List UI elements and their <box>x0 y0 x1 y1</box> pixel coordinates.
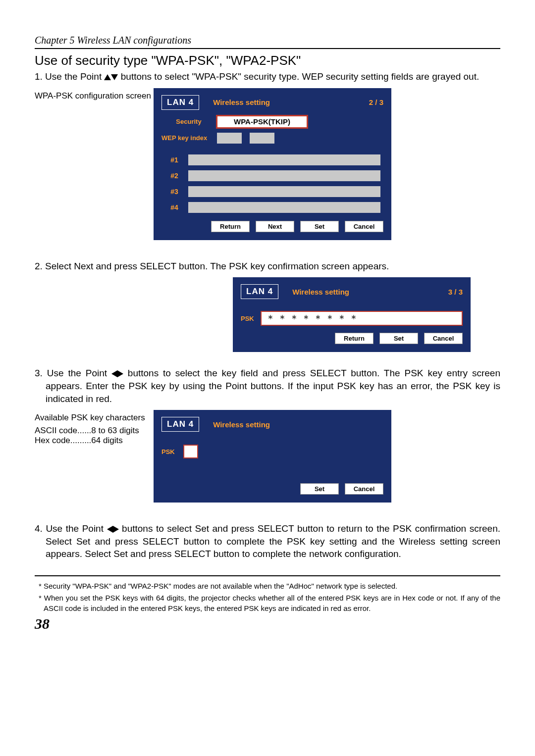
caption-1: WPA-PSK configuration screen <box>35 88 154 101</box>
osd-wpa-config: LAN 4 Wireless setting 2 / 3 Security WP… <box>154 88 391 240</box>
step-3: 3. Use the Point buttons to select the k… <box>35 367 500 405</box>
osd-psk-entry: LAN 4 Wireless setting PSK Set Cancel <box>154 410 391 503</box>
osd1-key2-field[interactable] <box>187 169 381 182</box>
step4-pre: 4. Use the Point <box>35 523 107 534</box>
osd2-title: Wireless setting <box>292 288 349 296</box>
osd2-return-button[interactable]: Return <box>335 333 374 344</box>
chapter-heading: Chapter 5 Wireless LAN configurations <box>35 35 500 49</box>
osd1-set-button[interactable]: Set <box>300 221 339 232</box>
osd1-wep-label: WEP key index <box>161 134 216 142</box>
point-left-icon <box>111 370 117 377</box>
osd3-psk-label: PSK <box>161 448 181 455</box>
osd1-key1-field[interactable] <box>187 153 381 166</box>
avail-ascii: ASCII code......8 to 63 digits <box>35 426 154 436</box>
osd1-lan-badge: LAN 4 <box>161 95 199 110</box>
footnotes: * Security "WPA-PSK" and "WPA2-PSK" mode… <box>35 575 500 613</box>
avail-hex: Hex code.........64 digits <box>35 436 154 446</box>
osd3-set-button[interactable]: Set <box>300 483 339 495</box>
step1-pre: 1. Use the Point <box>35 71 104 82</box>
osd1-key3-field[interactable] <box>187 185 381 198</box>
osd1-wep-index-2[interactable] <box>249 132 275 145</box>
osd1-security-field[interactable]: WPA-PSK(TKIP) <box>216 115 308 129</box>
osd-psk-confirm: LAN 4 Wireless setting 3 / 3 PSK ＊＊＊＊＊＊＊… <box>233 277 471 352</box>
point-left-icon-2 <box>107 526 113 533</box>
osd3-psk-char-box[interactable] <box>183 445 198 458</box>
footnote-2: * When you set the PSK keys with 64 digi… <box>44 593 500 613</box>
step1-post: buttons to select "WPA-PSK" security typ… <box>121 71 479 82</box>
section-title: Use of security type "WPA-PSK", "WPA2-PS… <box>35 53 500 68</box>
osd1-key3-label: #3 <box>161 188 187 196</box>
point-down-icon <box>111 74 118 80</box>
osd3-cancel-button[interactable]: Cancel <box>345 483 383 495</box>
osd2-set-button[interactable]: Set <box>379 333 418 344</box>
osd2-cancel-button[interactable]: Cancel <box>424 333 463 344</box>
step3-pre: 3. Use the Point <box>35 368 111 378</box>
page-number: 38 <box>35 615 500 632</box>
step-4: 4. Use the Point buttons to select Set a… <box>35 522 500 560</box>
osd1-next-button[interactable]: Next <box>256 221 294 232</box>
osd2-lan-badge: LAN 4 <box>241 284 278 299</box>
osd2-page: 3 / 3 <box>448 288 463 296</box>
osd1-key2-label: #2 <box>161 172 187 180</box>
osd2-psk-field[interactable]: ＊＊＊＊＊＊＊＊ <box>261 311 463 326</box>
step-2: 2. Select Next and press SELECT button. … <box>35 260 500 273</box>
osd1-security-label: Security <box>161 118 216 125</box>
point-right-icon <box>117 370 123 377</box>
step-1: 1. Use the Point buttons to select "WPA-… <box>35 70 500 83</box>
osd1-cancel-button[interactable]: Cancel <box>345 221 383 232</box>
osd1-key4-label: #4 <box>161 203 187 211</box>
osd3-lan-badge: LAN 4 <box>161 417 199 432</box>
point-up-icon <box>104 74 111 80</box>
osd2-psk-label: PSK <box>241 315 261 322</box>
footnote-1: * Security "WPA-PSK" and "WPA2-PSK" mode… <box>44 581 500 591</box>
point-right-icon-2 <box>113 526 119 533</box>
osd1-return-button[interactable]: Return <box>211 221 250 232</box>
osd3-title: Wireless setting <box>213 420 270 429</box>
avail-title: Available PSK key characters <box>35 413 154 423</box>
osd1-title: Wireless setting <box>213 98 270 106</box>
osd1-key1-label: #1 <box>161 156 187 164</box>
osd1-key4-field[interactable] <box>187 201 381 214</box>
osd1-page: 2 / 3 <box>369 98 383 106</box>
osd1-wep-index[interactable] <box>216 132 243 145</box>
